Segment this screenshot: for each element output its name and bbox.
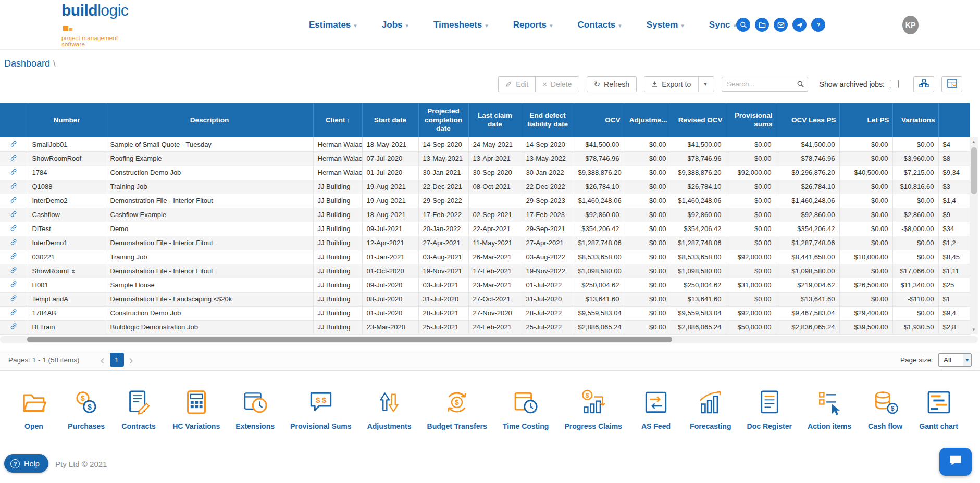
table-row[interactable]: TempLandADemonstration File - Landscapin… [0, 292, 970, 306]
chat-button[interactable] [939, 448, 972, 476]
shortcut-open[interactable]: Open [16, 388, 52, 430]
table-row[interactable]: BLTrainBuildlogic Demonstration JobJJ Bu… [0, 320, 970, 334]
shortcut-purchases[interactable]: $$Purchases [68, 388, 105, 430]
shortcut-action-items[interactable]: Action items [808, 388, 851, 430]
shortcut-time-costing[interactable]: Time Costing [503, 388, 549, 430]
nav-item-sync[interactable]: Sync▾ [709, 20, 736, 30]
shortcut-progress-claims[interactable]: $Progress Claims [564, 388, 622, 430]
column-chooser-button[interactable] [913, 76, 934, 92]
shortcut-provisional-sums[interactable]: $$Provisional Sums [290, 388, 351, 430]
search-icon[interactable] [736, 18, 750, 32]
scroll-up-icon[interactable]: ▲ [972, 137, 976, 146]
column-header-let-ps[interactable]: Let PS [839, 103, 892, 137]
table-row[interactable]: 1784Construction Demo JobHerman Walac...… [0, 166, 970, 180]
page-size-select[interactable]: All ▾ [938, 353, 972, 367]
table-row[interactable]: ShowRoomRoofRoofing ExampleHerman Walac.… [0, 151, 970, 166]
shortcut-hc-variations[interactable]: HC Variations [172, 388, 220, 430]
export-button[interactable]: Export to ▾ [644, 76, 714, 92]
column-header-ocv[interactable]: OCV [574, 103, 624, 137]
horizontal-scrollbar[interactable] [0, 336, 978, 343]
nav-item-reports[interactable]: Reports▾ [513, 20, 553, 30]
show-archived-checkbox[interactable] [890, 80, 899, 88]
shortcut-adjustments[interactable]: Adjustments [367, 388, 412, 430]
edit-button[interactable]: Edit [498, 76, 535, 92]
next-page-button[interactable]: › [124, 354, 139, 366]
column-header-number[interactable]: Number [28, 103, 106, 137]
row-link-icon[interactable] [0, 292, 28, 306]
table-row[interactable]: InterDemo2Demonstration File - Interior … [0, 194, 970, 208]
column-header-last-claim-date[interactable]: Last claim date [468, 103, 522, 137]
row-link-icon[interactable] [0, 250, 28, 264]
table-row[interactable]: Q1088Training JobJJ Building19-Aug-20212… [0, 180, 970, 194]
logo[interactable]: buildlogic project management software [61, 3, 132, 47]
scroll-down-icon[interactable]: ▼ [972, 325, 976, 334]
table-row[interactable]: 030221Training JobJJ Building01-Jan-2021… [0, 250, 970, 264]
column-header-projected-completion-date[interactable]: Projected completion date [418, 103, 468, 137]
table-row[interactable]: 1784ABConstruction Demo JobJJ Building01… [0, 306, 970, 320]
help-button[interactable]: ? Help [4, 454, 48, 473]
search-input[interactable] [722, 77, 808, 92]
cell-client: JJ Building [313, 320, 362, 334]
vertical-scrollbar[interactable]: ▲ ▼ [970, 137, 978, 334]
column-header-start-date[interactable]: Start date [362, 103, 418, 137]
table-row[interactable]: ShowRoomExDemonstration File - Interior … [0, 264, 970, 278]
shortcut-budget-transfers[interactable]: $Budget Transfers [427, 388, 487, 430]
shortcut-as-feed[interactable]: AS Feed [638, 388, 674, 430]
table-row[interactable]: SmallJob01Sample of Small Quote - Tuesda… [0, 137, 970, 151]
folder-icon[interactable] [755, 18, 769, 32]
table-row[interactable]: CashflowCashflow ExampleJJ Building18-Au… [0, 208, 970, 222]
column-header-description[interactable]: Description [106, 103, 313, 137]
shortcut-extensions[interactable]: Extensions [235, 388, 275, 430]
row-link-icon[interactable] [0, 194, 28, 208]
row-link-icon[interactable] [0, 208, 28, 222]
current-page-button[interactable]: 1 [110, 353, 124, 367]
column-header-revised-ocv[interactable]: Revised OCV [671, 103, 726, 137]
row-link-icon[interactable] [0, 137, 28, 151]
row-link-icon[interactable] [0, 151, 28, 166]
avatar[interactable]: KP [902, 16, 919, 34]
horizontal-scroll-thumb[interactable] [27, 337, 672, 342]
nav-item-jobs[interactable]: Jobs▾ [382, 20, 408, 30]
delete-button[interactable]: × Delete [535, 76, 579, 92]
shortcut-gantt-chart[interactable]: Gantt chart [919, 388, 958, 430]
row-link-icon[interactable] [0, 306, 28, 320]
shortcut-forecasting[interactable]: Forecasting [690, 388, 731, 430]
column-header-variations[interactable]: Variations [892, 103, 938, 137]
column-header-ocv-less-ps[interactable]: OCV Less PS [776, 103, 839, 137]
chevron-down-icon[interactable]: ▾ [698, 77, 707, 92]
row-link-icon[interactable] [0, 320, 28, 334]
column-header-end-defect-liability-date[interactable]: End defect liability date [522, 103, 574, 137]
column-header-provisional-sums[interactable]: Provisional sums [726, 103, 776, 137]
shortcut-cash-flow[interactable]: $Cash flow [867, 388, 903, 430]
help-icon[interactable]: ? [811, 18, 825, 32]
column-header-client[interactable]: Client↑ [313, 103, 362, 137]
refresh-button[interactable]: ↻ Refresh [587, 76, 637, 92]
row-link-icon[interactable] [0, 278, 28, 292]
table-row[interactable]: H001Sample HouseJJ Building09-Jul-202003… [0, 278, 970, 292]
shortcut-doc-register[interactable]: Doc Register [747, 388, 792, 430]
layout-save-button[interactable] [941, 76, 962, 92]
column-header-adjustments[interactable]: Adjustme... [624, 103, 671, 137]
row-link-icon[interactable] [0, 180, 28, 194]
nav-item-timesheets[interactable]: Timesheets▾ [433, 20, 488, 30]
row-link-icon[interactable] [0, 264, 28, 278]
breadcrumb-dashboard-link[interactable]: Dashboard [4, 58, 50, 69]
nav-item-contacts[interactable]: Contacts▾ [578, 20, 622, 30]
row-link-icon[interactable] [0, 166, 28, 180]
cell-variations: $0.00 [892, 137, 938, 151]
table-row[interactable]: DiTestDemoJJ Building09-Jul-202120-Jan-2… [0, 222, 970, 236]
cell-description: Demonstration File - Landscaping <$20k [106, 292, 313, 306]
search-icon[interactable] [797, 80, 804, 90]
nav-item-estimates[interactable]: Estimates▾ [309, 20, 357, 30]
vertical-scroll-thumb[interactable] [971, 147, 977, 194]
table-row[interactable]: InterDemo1Demonstration File - Interior … [0, 236, 970, 250]
cell-start-date: 18-Aug-2021 [362, 208, 418, 222]
cell-revised-ocv: $1,287,748.06 [671, 236, 726, 250]
mail-icon[interactable] [774, 18, 788, 32]
row-link-icon[interactable] [0, 236, 28, 250]
send-icon[interactable] [792, 18, 807, 32]
prev-page-button[interactable]: ‹ [95, 354, 110, 366]
row-link-icon[interactable] [0, 222, 28, 236]
shortcut-contracts[interactable]: Contracts [120, 388, 157, 430]
nav-item-system[interactable]: System▾ [647, 20, 684, 30]
